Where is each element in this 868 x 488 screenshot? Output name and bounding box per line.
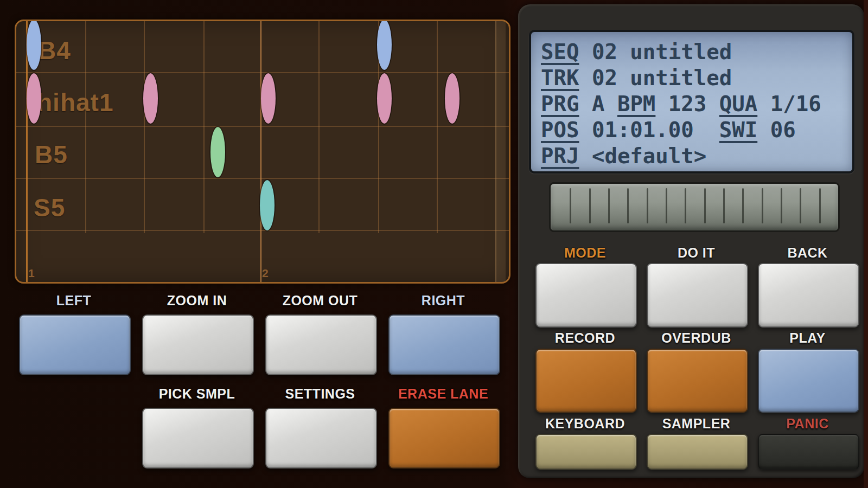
note-hihat1[interactable] [445,73,459,124]
right-label: RIGHT [388,293,498,309]
settings-button[interactable] [265,408,377,468]
pick-smpl-button[interactable] [142,408,254,468]
zoom-out-label: ZOOM OUT [265,293,375,309]
panel-button-bank: MODEDO ITBACKRECORDOVERDUBPLAYKEYBOARDSA… [518,4,864,478]
erase-lane-button[interactable] [388,408,500,468]
mode-label: MODE [535,245,635,261]
note-s5[interactable] [260,180,275,230]
note-hihat1[interactable] [261,73,276,124]
lane-separator [16,126,509,127]
do-it-button[interactable] [647,263,748,328]
back-button[interactable] [758,263,859,328]
control-panel: SEQ 02 untitledTRK 02 untitledPRG A BPM … [518,4,864,478]
record-label: RECORD [535,330,635,346]
bar-number-1: 1 [28,267,35,280]
keyboard-label: KEYBOARD [535,416,635,432]
gridline-vertical [437,21,438,233]
gridline-vertical [203,21,205,233]
do-it-label: DO IT [647,245,746,261]
note-hihat1[interactable] [27,73,41,124]
play-label: PLAY [758,330,857,346]
left-label: LEFT [19,293,129,309]
overdub-label: OVERDUB [647,330,746,346]
bar-number-2: 2 [262,267,269,280]
lane-label-hihat1: hihat1 [37,88,113,117]
grid-overflow-strip [495,21,506,282]
app-root: B4hihat1B5S512 LEFTZOOM INZOOM OUTRIGHTP… [0,0,868,488]
lane-label-b4: B4 [38,36,71,65]
erase-lane-label: ERASE LANE [388,386,498,402]
note-b5[interactable] [210,127,225,177]
pick-smpl-label: PICK SMPL [142,386,252,402]
barline-bar2 [260,21,261,282]
sampler-button[interactable] [647,434,748,470]
bezel-edge [864,0,868,488]
lane-separator [16,72,509,73]
lane-separator [16,178,509,179]
lane-label-s5: S5 [34,193,65,222]
gridline-left-accent [26,21,28,282]
zoom-in-label: ZOOM IN [142,293,252,309]
record-button[interactable] [535,349,637,413]
gridline-right-edge [495,21,496,282]
gridline-vertical [85,21,86,233]
zoom-out-button[interactable] [265,314,377,375]
note-hihat1[interactable] [377,73,392,124]
piano-roll-grid[interactable]: B4hihat1B5S512 [15,20,510,284]
gridline-vertical [318,21,320,233]
note-b4[interactable] [27,20,41,70]
play-button[interactable] [758,349,859,413]
mode-button[interactable] [535,263,637,328]
back-label: BACK [758,245,857,261]
left-button[interactable] [19,314,131,375]
note-hihat1[interactable] [143,73,158,124]
keyboard-button[interactable] [535,434,637,470]
panic-label: PANIC [758,416,857,432]
settings-label: SETTINGS [265,386,375,402]
lane-separator [16,230,509,231]
panic-button[interactable] [758,434,859,470]
sampler-label: SAMPLER [647,416,746,432]
note-b4[interactable] [377,20,392,70]
overdub-button[interactable] [647,349,748,413]
gridline-vertical [144,21,145,233]
right-button[interactable] [388,314,500,375]
lane-label-b5: B5 [35,140,68,169]
zoom-in-button[interactable] [142,314,254,375]
